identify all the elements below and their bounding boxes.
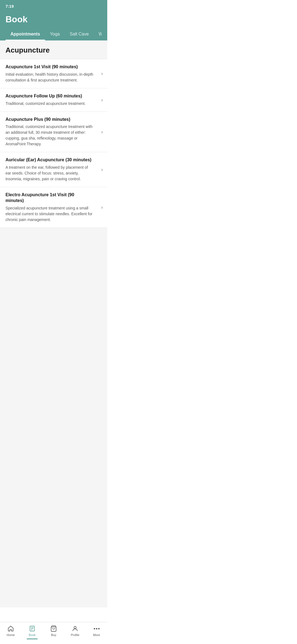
service-name-2: Acupuncture Follow Up (60 minutes)	[6, 93, 94, 99]
service-list: Acupuncture 1st Visit (90 minutes) Initi…	[0, 59, 107, 228]
service-item-3[interactable]: Acupuncture Plus (90 minutes) Traditiona…	[0, 111, 107, 152]
service-desc-5: Specialized acupuncture treatment using …	[6, 205, 94, 223]
tab-navigation: Appointments Yoga Salt Cave Workshops	[6, 29, 102, 40]
header: Book Appointments Yoga Salt Cave Worksho…	[0, 12, 107, 40]
service-item-2[interactable]: Acupuncture Follow Up (60 minutes) Tradi…	[0, 88, 107, 111]
tab-appointments[interactable]: Appointments	[6, 29, 45, 40]
service-desc-4: A treatment on the ear, followed by plac…	[6, 165, 94, 182]
service-name-1: Acupuncture 1st Visit (90 minutes)	[6, 64, 94, 70]
tab-workshops[interactable]: Workshops	[94, 29, 102, 40]
service-desc-2: Traditional, customized acupuncture trea…	[6, 101, 94, 107]
main-content: Acupuncture Acupuncture 1st Visit (90 mi…	[0, 40, 107, 607]
chevron-icon-1: ›	[101, 71, 103, 77]
service-item-1[interactable]: Acupuncture 1st Visit (90 minutes) Initi…	[0, 59, 107, 88]
page-title: Book	[6, 14, 102, 24]
service-item-4[interactable]: Auricular (Ear) Acupuncture (30 minutes)…	[0, 152, 107, 187]
tab-saltcave[interactable]: Salt Cave	[65, 29, 94, 40]
tab-yoga[interactable]: Yoga	[45, 29, 65, 40]
chevron-icon-3: ›	[101, 129, 103, 135]
service-name-4: Auricular (Ear) Acupuncture (30 minutes)	[6, 157, 94, 163]
chevron-icon-4: ›	[101, 167, 103, 173]
status-time: 7:19	[6, 4, 14, 9]
service-name-3: Acupuncture Plus (90 minutes)	[6, 117, 94, 122]
service-desc-3: Traditional, customized acupuncture trea…	[6, 124, 94, 147]
chevron-icon-2: ›	[101, 97, 103, 103]
service-name-5: Electro Acupuncture 1st Visit (90 minute…	[6, 192, 94, 204]
service-item-5[interactable]: Electro Acupuncture 1st Visit (90 minute…	[0, 187, 107, 228]
chevron-icon-5: ›	[101, 204, 103, 210]
status-bar: 7:19	[0, 0, 107, 12]
section-title: Acupuncture	[0, 40, 107, 59]
service-desc-1: Initial evaluation, health history discu…	[6, 72, 94, 83]
